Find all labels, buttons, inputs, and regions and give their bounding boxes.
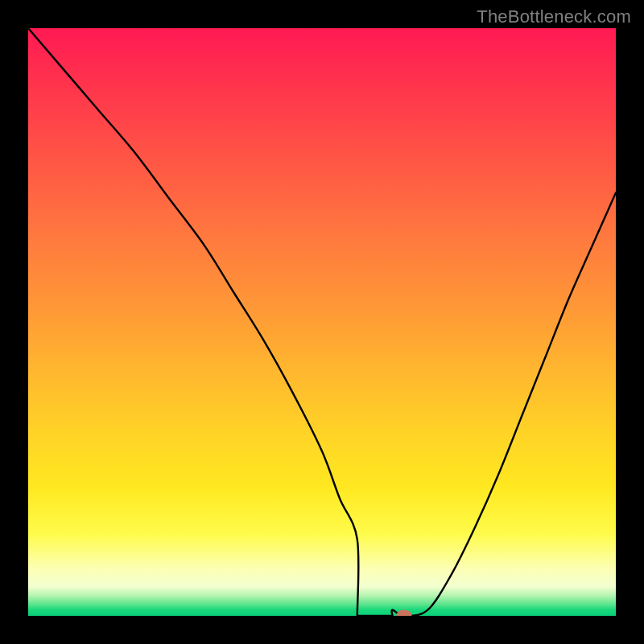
plot-area: [28, 28, 616, 616]
curve-path: [28, 28, 616, 616]
watermark-text: TheBottleneck.com: [477, 6, 631, 27]
chart-frame: TheBottleneck.com: [0, 0, 644, 644]
optimum-marker: [397, 610, 412, 617]
bottleneck-curve: [28, 28, 616, 616]
